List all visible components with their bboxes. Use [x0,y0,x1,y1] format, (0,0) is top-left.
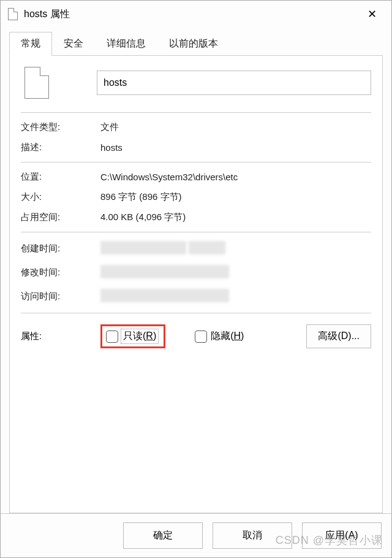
value-size: 896 字节 (896 字节) [100,191,371,203]
window-title: hosts 属性 [24,8,360,21]
file-icon [8,8,18,20]
tab-strip: 常规 安全 详细信息 以前的版本 [9,31,383,56]
row-created: 创建时间: [21,241,371,256]
properties-dialog: hosts 属性 ✕ 常规 安全 详细信息 以前的版本 文件类型: 文件 描述:… [0,0,392,558]
filename-row [21,67,371,99]
value-filetype: 文件 [100,121,371,133]
row-filetype: 文件类型: 文件 [21,121,371,133]
label-filetype: 文件类型: [21,121,100,133]
tab-security[interactable]: 安全 [52,32,95,56]
label-location: 位置: [21,171,100,183]
close-button[interactable]: ✕ [360,5,384,23]
cancel-button[interactable]: 取消 [213,522,292,549]
label-description: 描述: [21,142,100,153]
row-size: 大小: 896 字节 (896 字节) [21,191,371,203]
row-location: 位置: C:\Windows\System32\drivers\etc [21,171,371,183]
tab-panel-general: 文件类型: 文件 描述: hosts 位置: C:\Windows\System… [9,56,383,513]
filename-input[interactable] [97,71,371,95]
value-created [100,241,371,256]
value-size-on-disk: 4.00 KB (4,096 字节) [100,212,371,223]
label-created: 创建时间: [21,243,100,254]
row-attributes: 属性: 只读(R) 隐藏(H) 高级(D)... [21,324,371,348]
advanced-button[interactable]: 高级(D)... [306,324,371,348]
label-accessed: 访问时间: [21,291,100,302]
label-size-on-disk: 占用空间: [21,212,100,223]
row-size-on-disk: 占用空间: 4.00 KB (4,096 字节) [21,212,371,223]
tab-general[interactable]: 常规 [9,32,52,56]
divider [21,162,371,162]
hidden-group: 隐藏(H) [195,330,244,343]
dialog-footer: 确定 取消 应用(A) CSDN @李昊哲小课 [1,513,391,557]
value-modified [100,265,371,280]
divider [21,232,371,232]
apply-button[interactable]: 应用(A) [302,522,382,549]
row-accessed: 访问时间: [21,289,371,304]
titlebar: hosts 属性 ✕ [1,1,391,28]
divider [21,112,371,113]
tab-previous-versions[interactable]: 以前的版本 [157,32,230,56]
hidden-checkbox[interactable] [195,331,207,343]
value-location: C:\Windows\System32\drivers\etc [100,172,371,182]
value-description: hosts [100,142,371,153]
label-size: 大小: [21,191,100,203]
row-modified: 修改时间: [21,265,371,280]
file-large-icon [24,67,49,99]
divider [21,313,371,313]
readonly-checkbox[interactable] [106,331,118,343]
hidden-label[interactable]: 隐藏(H) [211,330,244,343]
ok-button[interactable]: 确定 [123,522,203,549]
value-accessed [100,289,371,304]
content: 常规 安全 详细信息 以前的版本 文件类型: 文件 描述: hosts 位置: [1,28,391,513]
readonly-label[interactable]: 只读(R) [122,330,157,343]
readonly-highlight: 只读(R) [100,324,165,348]
tab-details[interactable]: 详细信息 [95,32,157,56]
label-modified: 修改时间: [21,267,100,278]
row-description: 描述: hosts [21,142,371,153]
label-attributes: 属性: [21,331,100,342]
